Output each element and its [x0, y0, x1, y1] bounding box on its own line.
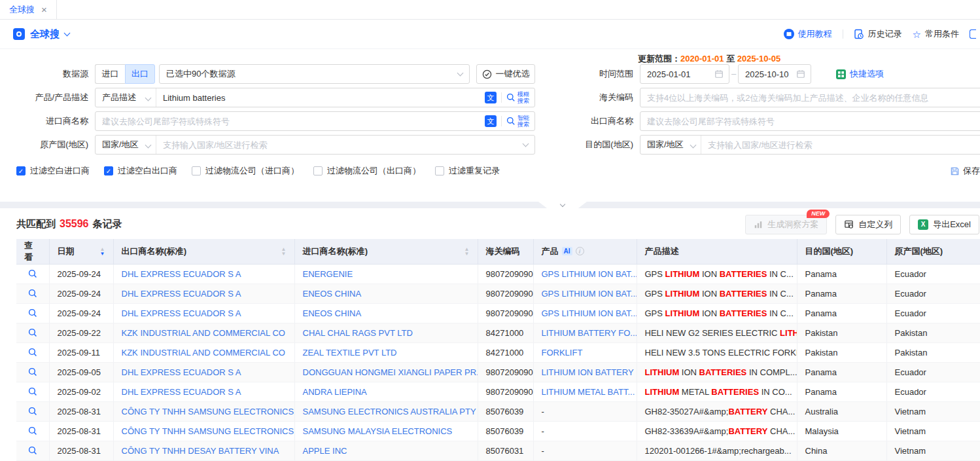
product-type-select[interactable]: 产品描述 [96, 88, 156, 107]
fuzzy-search-button[interactable]: 模糊搜索 [506, 91, 531, 104]
filter-checkbox-2[interactable]: 过滤物流公司（进口商） [192, 165, 299, 177]
quick-options-icon [836, 69, 846, 79]
export-excel-button[interactable]: X 导出Excel [909, 215, 979, 234]
column-header-1[interactable]: 日期▲▼ [49, 239, 113, 264]
importer-link[interactable]: ANDRA LIEPINA [303, 387, 367, 397]
custom-columns-button[interactable]: 自定义列 [835, 215, 901, 234]
product-link[interactable]: GPS LITHIUM ION BAT... [542, 289, 637, 299]
save-conditions-button[interactable]: 保存 [950, 165, 980, 177]
date-from-input[interactable] [640, 69, 714, 79]
table-row: 2025-08-31CÔNG TY TNHH SAMSUNG ELECTRONI… [16, 421, 980, 441]
cell-description: GPS LITHIUM ION BATTERIES IN C... [637, 284, 797, 303]
history-link[interactable]: 历史记录 [854, 28, 902, 40]
exporter-link[interactable]: CÔNG TY TNHH SAMSUNG ELECTRONICS ... [122, 407, 295, 416]
translate-icon[interactable]: 文 [485, 92, 497, 103]
filter-checkbox-1[interactable]: ✓过滤空白出口商 [104, 165, 177, 177]
exporter-link[interactable]: DHL EXPRESS ECUADOR S A [122, 308, 241, 318]
product-link[interactable]: LITHIUM METAL BATT... [542, 387, 635, 397]
column-label: 查看 [24, 240, 41, 263]
highlighted-keyword: LITHI... [780, 328, 797, 338]
exporter-link[interactable]: DHL EXPRESS ECUADOR S A [122, 367, 241, 377]
checkbox-unchecked-icon[interactable] [313, 166, 323, 175]
view-details-button[interactable] [26, 306, 40, 320]
importer-link[interactable]: ENEOS CHINA [303, 308, 362, 318]
exporter-field[interactable] [640, 111, 980, 131]
exporter-link[interactable]: DHL EXPRESS ECUADOR S A [122, 289, 241, 299]
filter-checkbox-3[interactable]: 过滤物流公司（出口商） [313, 165, 421, 177]
view-details-button[interactable] [26, 365, 40, 379]
hs-code-input[interactable] [640, 93, 980, 103]
optimize-button[interactable]: 一键优选 [476, 64, 535, 84]
column-header-3[interactable]: 进口商名称(标准)▲▼ [294, 239, 478, 264]
exporter-input[interactable] [640, 117, 980, 126]
view-details-button[interactable] [26, 345, 40, 360]
destination-type-select[interactable]: 国家/地区 [640, 136, 701, 154]
exporter-link[interactable]: CÔNG TY TNHH DESAY BATTERY VINA [122, 446, 279, 456]
destination-label: 目的国(地区) [555, 135, 633, 155]
importer-link[interactable]: APPLE INC [303, 446, 347, 456]
view-details-button[interactable] [26, 404, 40, 418]
sort-toggle[interactable]: ▲▼ [464, 247, 470, 256]
origin-type-select[interactable]: 国家/地区 [96, 136, 156, 154]
filter-checkbox-4[interactable]: 过滤重复记录 [435, 165, 500, 177]
importer-link[interactable]: DONGGUAN HONGMEI XIANGLI PAPER PR... [303, 367, 478, 377]
origin-input[interactable] [156, 140, 523, 150]
product-link[interactable]: FORKLIFT [542, 348, 583, 358]
product-link[interactable]: LITHIUM BATTERY FO... [542, 328, 637, 338]
column-header-2[interactable]: 出口商名称(标准)▲▼ [113, 239, 294, 264]
view-details-button[interactable] [26, 443, 40, 458]
cell-exporter: CÔNG TY TNHH SAMSUNG ELECTRONICS ... [113, 421, 294, 441]
view-details-button[interactable] [26, 286, 40, 301]
export-toggle-button[interactable]: 出口 [125, 64, 155, 84]
importer-link[interactable]: SAMSUNG ELECTRONICS AUSTRALIA PTY [303, 407, 476, 416]
sort-toggle[interactable]: ▲▼ [100, 247, 105, 256]
sort-toggle[interactable]: ▲▼ [281, 247, 287, 256]
importer-link[interactable]: SAMSUNG MALAYSIA ELECTRONICS [303, 426, 453, 436]
ai-badge: AI [562, 247, 572, 255]
product-input[interactable] [156, 93, 485, 103]
exporter-link[interactable]: KZK INDUSTRIAL AND COMMERCIAL CO [122, 328, 285, 338]
checkbox-checked-icon[interactable]: ✓ [104, 166, 113, 175]
importer-link[interactable]: ENERGENIE [303, 269, 353, 279]
exporter-link[interactable]: DHL EXPRESS ECUADOR S A [122, 269, 241, 279]
chevron-down-icon[interactable] [64, 30, 71, 37]
info-icon[interactable]: i [576, 247, 584, 255]
checkbox-unchecked-icon[interactable] [435, 166, 444, 175]
exporter-link[interactable]: DHL EXPRESS ECUADOR S A [122, 387, 241, 397]
date-from-field[interactable] [640, 64, 729, 84]
view-details-button[interactable] [26, 424, 40, 438]
view-details-button[interactable] [26, 325, 40, 340]
import-toggle-button[interactable]: 进口 [95, 64, 125, 84]
checkbox-checked-icon[interactable]: ✓ [16, 166, 26, 175]
tab-close-icon[interactable]: × [41, 5, 47, 14]
cell-origin: Ecuador [886, 284, 980, 303]
view-details-button[interactable] [26, 384, 40, 399]
product-link[interactable]: GPS LITHIUM ION BAT... [542, 269, 637, 279]
cell-date: 2025-08-31 [49, 421, 113, 441]
exporter-link[interactable]: CÔNG TY TNHH SAMSUNG ELECTRONICS ... [122, 426, 295, 436]
importer-input[interactable] [96, 117, 485, 126]
favorites-link[interactable]: ☆ 常用条件 [913, 28, 959, 40]
tutorial-link[interactable]: 使用教程 [784, 28, 832, 40]
date-to-field[interactable] [738, 64, 811, 84]
datasource-select[interactable]: 已选中90个数据源 [159, 64, 470, 84]
page-tab[interactable]: 全球搜 × [0, 0, 57, 19]
date-to-input[interactable] [739, 69, 796, 79]
generate-insight-button[interactable]: 生成洞察方案 NEW [745, 215, 827, 234]
translate-icon[interactable]: 文 [485, 115, 497, 127]
view-details-button[interactable] [26, 267, 40, 281]
hs-code-field[interactable] [640, 88, 980, 107]
quick-options-button[interactable]: 快捷选项 [836, 64, 884, 84]
product-link[interactable]: GPS LITHIUM ION BAT... [542, 308, 637, 318]
cell-description: HELI NEW G2 SERIES ELECTRIC LITHI... [637, 323, 797, 342]
product-link[interactable]: LITHIUM ION BATTERY [542, 367, 634, 377]
importer-link[interactable]: ZEAL TEXTILE PVT LTD [303, 348, 397, 358]
exporter-link[interactable]: KZK INDUSTRIAL AND COMMERCIAL CO [122, 348, 285, 358]
importer-link[interactable]: ENEOS CHINA [303, 289, 362, 299]
checkbox-unchecked-icon[interactable] [192, 166, 201, 175]
destination-input[interactable] [701, 140, 980, 150]
importer-link[interactable]: CHAL CHAL RAGS PVT LTD [303, 328, 413, 338]
clipped-toolbar-item[interactable] [970, 29, 976, 39]
filter-checkbox-0[interactable]: ✓过滤空白进口商 [16, 165, 90, 177]
smart-search-button[interactable]: 智能搜索 [506, 115, 531, 128]
